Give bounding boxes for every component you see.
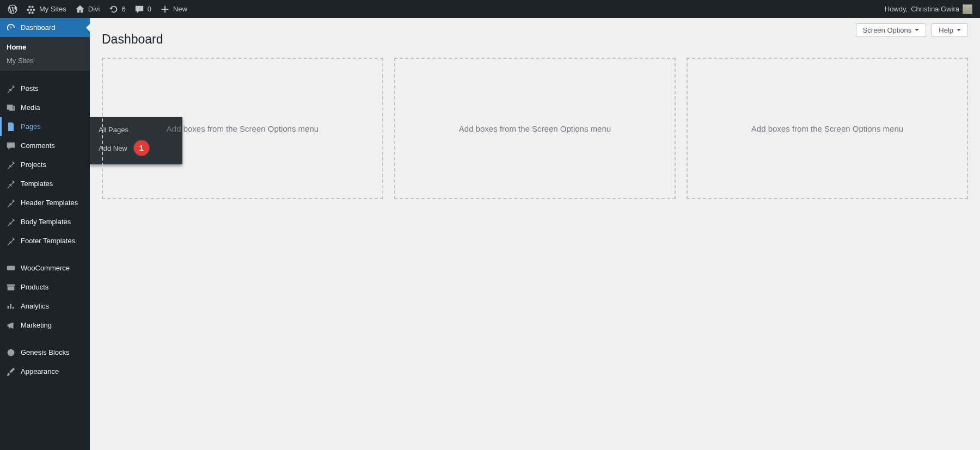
pin-icon [5, 236, 16, 246]
network-sites-icon [26, 4, 36, 14]
chevron-down-icon [915, 29, 919, 33]
sidebar-item-media-label: Media [21, 103, 40, 112]
pin-icon [5, 159, 16, 170]
sidebar-item-genesis-label: Genesis Blocks [21, 348, 70, 356]
sidebar-item-marketing[interactable]: Marketing [0, 316, 90, 335]
adminbar-site-name-label: Divi [88, 5, 100, 13]
adminbar-new[interactable]: New [156, 0, 192, 18]
sidebar-subitem-home[interactable]: Home [0, 40, 90, 54]
genesis-icon [5, 347, 16, 358]
empty-box-hint: Add boxes from the Screen Options menu [751, 124, 903, 133]
sidebar-item-footer-templates[interactable]: Footer Templates [0, 231, 90, 250]
sidebar-item-appearance-label: Appearance [21, 367, 59, 375]
sidebar-item-media[interactable]: Media [0, 98, 90, 117]
sidebar-item-products-label: Products [21, 283, 48, 291]
adminbar-user-name: Christina Gwira [911, 5, 959, 13]
adminbar-updates-count: 6 [122, 5, 126, 13]
adminbar-comments-count: 0 [148, 5, 151, 13]
sidebar-item-header-templates[interactable]: Header Templates [0, 193, 90, 212]
sidebar-item-footer-templates-label: Footer Templates [21, 237, 75, 245]
admin-sidebar: Dashboard Home My Sites Posts Media Page… [0, 18, 90, 450]
sidebar-item-analytics[interactable]: Analytics [0, 297, 90, 316]
adminbar-wp-logo[interactable] [3, 0, 22, 18]
empty-box-hint: Add boxes from the Screen Options menu [167, 124, 318, 133]
sidebar-dashboard-submenu: Home My Sites [0, 37, 90, 71]
sidebar-item-templates-label: Templates [21, 180, 53, 188]
pin-icon [5, 217, 16, 227]
svg-point-2 [8, 349, 15, 356]
sidebar-item-dashboard[interactable]: Dashboard [0, 18, 90, 37]
home-icon [75, 4, 85, 14]
woocommerce-icon [5, 263, 16, 274]
sidebar-item-products[interactable]: Products [0, 278, 90, 297]
screen-options-button[interactable]: Screen Options [856, 23, 927, 37]
help-button[interactable]: Help [932, 23, 968, 37]
pin-icon [5, 178, 16, 189]
dashboard-widget-row: Add boxes from the Screen Options menu A… [102, 58, 968, 199]
plus-icon [160, 4, 170, 14]
help-label: Help [939, 26, 953, 34]
svg-rect-1 [7, 266, 15, 270]
sidebar-item-body-templates[interactable]: Body Templates [0, 212, 90, 231]
sidebar-item-pages[interactable]: Pages All Pages Add New 1 [0, 117, 90, 136]
archive-icon [5, 282, 16, 293]
screen-meta-links: Screen Options Help [856, 23, 968, 37]
gauge-icon [5, 22, 16, 33]
sidebar-item-header-templates-label: Header Templates [21, 199, 78, 207]
refresh-icon [109, 4, 119, 14]
megaphone-icon [5, 320, 16, 331]
brush-icon [5, 366, 16, 377]
admin-bar: My Sites Divi 6 0 New Howdy, Christina G… [0, 0, 980, 18]
screen-options-label: Screen Options [863, 26, 912, 34]
sidebar-item-projects[interactable]: Projects [0, 155, 90, 174]
sidebar-item-body-templates-label: Body Templates [21, 218, 71, 226]
sidebar-item-appearance[interactable]: Appearance [0, 362, 90, 381]
adminbar-my-sites-label: My Sites [39, 5, 66, 13]
avatar-icon [963, 4, 972, 14]
adminbar-updates[interactable]: 6 [105, 0, 130, 18]
pin-icon [5, 83, 16, 94]
sidebar-item-pages-label: Pages [21, 122, 41, 131]
sidebar-item-comments[interactable]: Comments [0, 136, 90, 155]
page-title: Dashboard [102, 32, 968, 47]
adminbar-site-name[interactable]: Divi [71, 0, 105, 18]
bar-chart-icon [5, 301, 16, 312]
comments-icon [134, 4, 144, 14]
sidebar-item-analytics-label: Analytics [21, 302, 49, 310]
dashboard-widget-col-3[interactable]: Add boxes from the Screen Options menu [687, 58, 968, 199]
page-icon [5, 121, 16, 132]
sidebar-item-comments-label: Comments [21, 141, 55, 150]
svg-rect-0 [9, 122, 14, 130]
media-icon [5, 102, 16, 113]
chevron-down-icon [957, 29, 961, 33]
adminbar-howdy-prefix: Howdy, [885, 5, 908, 13]
adminbar-comments[interactable]: 0 [130, 0, 156, 18]
comment-icon [5, 140, 16, 151]
sidebar-item-templates[interactable]: Templates [0, 174, 90, 193]
sidebar-item-marketing-label: Marketing [21, 321, 52, 329]
sidebar-item-projects-label: Projects [21, 161, 46, 169]
empty-box-hint: Add boxes from the Screen Options menu [459, 124, 611, 133]
sidebar-subitem-my-sites[interactable]: My Sites [0, 54, 90, 67]
wordpress-logo-icon [8, 4, 17, 14]
sidebar-item-posts[interactable]: Posts [0, 79, 90, 98]
adminbar-user-menu[interactable]: Howdy, Christina Gwira [880, 0, 977, 18]
adminbar-my-sites[interactable]: My Sites [22, 0, 71, 18]
dashboard-widget-col-2[interactable]: Add boxes from the Screen Options menu [394, 58, 676, 199]
sidebar-item-dashboard-label: Dashboard [21, 23, 56, 32]
sidebar-item-posts-label: Posts [21, 84, 39, 93]
main-content: Screen Options Help Dashboard Add boxes … [90, 18, 980, 450]
pin-icon [5, 198, 16, 208]
sidebar-item-woocommerce-label: WooCommerce [21, 264, 70, 272]
sidebar-item-genesis-blocks[interactable]: Genesis Blocks [0, 343, 90, 362]
dashboard-widget-col-1[interactable]: Add boxes from the Screen Options menu [102, 58, 383, 199]
sidebar-item-woocommerce[interactable]: WooCommerce [0, 258, 90, 278]
adminbar-new-label: New [173, 5, 187, 13]
